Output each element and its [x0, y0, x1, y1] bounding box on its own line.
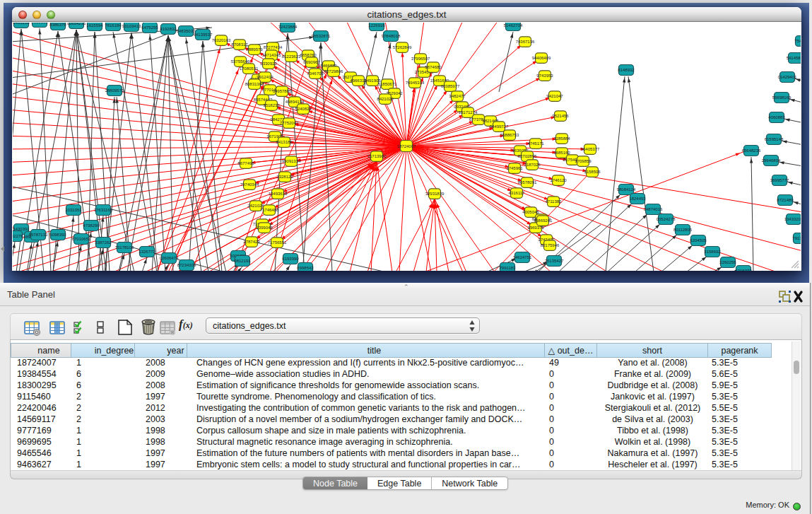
- svg-text:13433200: 13433200: [784, 217, 801, 221]
- svg-text:4060883: 4060883: [768, 115, 785, 119]
- svg-text:3518233: 3518233: [263, 103, 280, 107]
- svg-text:0433218: 0433218: [13, 23, 30, 25]
- svg-text:8677496: 8677496: [237, 161, 254, 165]
- svg-text:6998543: 6998543: [297, 266, 314, 270]
- svg-text:4316117: 4316117: [509, 191, 526, 195]
- svg-text:8421020: 8421020: [377, 97, 394, 101]
- svg-text:9600133: 9600133: [31, 23, 48, 24]
- svg-text:77752047: 77752047: [280, 121, 299, 125]
- svg-text:1326773: 1326773: [139, 250, 155, 254]
- svg-text:79740344: 79740344: [240, 182, 259, 187]
- svg-text:65648236: 65648236: [742, 148, 761, 153]
- svg-text:25135427: 25135427: [545, 259, 564, 263]
- svg-text:99091334: 99091334: [282, 159, 301, 163]
- svg-text:60385977: 60385977: [441, 84, 460, 88]
- svg-text:93103413: 93103413: [122, 24, 141, 28]
- svg-text:55698169: 55698169: [772, 95, 792, 100]
- svg-text:9413186: 9413186: [276, 140, 293, 144]
- svg-text:80831367: 80831367: [245, 82, 264, 86]
- svg-text:61595148: 61595148: [765, 137, 784, 141]
- svg-text:5098393: 5098393: [49, 233, 66, 237]
- svg-text:81223623: 81223623: [282, 54, 301, 59]
- svg-text:7991183: 7991183: [500, 266, 517, 270]
- svg-text:8386379: 8386379: [49, 23, 66, 27]
- svg-text:98084124: 98084124: [617, 187, 636, 192]
- svg-text:86578091: 86578091: [518, 180, 537, 185]
- svg-text:37631165: 37631165: [94, 208, 113, 212]
- svg-text:51850671: 51850671: [378, 82, 397, 86]
- svg-text:1745961: 1745961: [506, 166, 523, 170]
- svg-text:1615594: 1615594: [86, 23, 103, 28]
- svg-text:8148932: 8148932: [618, 68, 635, 72]
- svg-text:76320163: 76320163: [212, 38, 231, 42]
- svg-text:82175946: 82175946: [541, 243, 560, 247]
- svg-text:1746120: 1746120: [550, 178, 567, 182]
- svg-text:65787133: 65787133: [29, 233, 48, 237]
- svg-text:1824493: 1824493: [629, 197, 646, 201]
- svg-text:3709859: 3709859: [575, 159, 592, 163]
- svg-text:57262849: 57262849: [393, 45, 412, 49]
- svg-text:6475255: 6475255: [141, 25, 158, 30]
- svg-text:3158692: 3158692: [704, 250, 721, 254]
- svg-text:4216073: 4216073: [735, 269, 752, 271]
- svg-text:13171274: 13171274: [459, 110, 478, 115]
- svg-text:4192832: 4192832: [160, 27, 177, 31]
- svg-text:5674680: 5674680: [425, 65, 442, 69]
- svg-text:4711382: 4711382: [546, 199, 563, 204]
- svg-text:4005045: 4005045: [522, 210, 539, 214]
- svg-text:49894134: 49894134: [286, 100, 305, 104]
- svg-text:18724007: 18724007: [397, 144, 416, 148]
- svg-text:28809570: 28809570: [105, 88, 124, 93]
- svg-text:02654235: 02654235: [67, 23, 86, 25]
- svg-text:01429401: 01429401: [778, 75, 797, 79]
- svg-text:87234309: 87234309: [177, 263, 196, 267]
- svg-text:04499727: 04499727: [490, 124, 509, 129]
- svg-text:74367136: 74367136: [516, 40, 535, 44]
- svg-text:62702895: 62702895: [518, 154, 537, 158]
- svg-text:6204505: 6204505: [690, 238, 707, 243]
- svg-text:0330923: 0330923: [260, 62, 277, 66]
- svg-text:73178108: 73178108: [115, 245, 134, 250]
- svg-text:64139537: 64139537: [194, 33, 213, 37]
- svg-text:1226916: 1226916: [368, 23, 385, 28]
- svg-text:02606474: 02606474: [160, 256, 179, 260]
- svg-text:67010651: 67010651: [72, 237, 91, 241]
- svg-text:32931839: 32931839: [425, 192, 445, 196]
- svg-text:29946804: 29946804: [762, 158, 781, 163]
- svg-text:7917693: 7917693: [792, 236, 801, 240]
- svg-text:34714345: 34714345: [262, 53, 281, 57]
- svg-text:96532871: 96532871: [312, 34, 331, 38]
- svg-text:62729806: 62729806: [324, 69, 343, 74]
- svg-text:9743953: 9743953: [536, 74, 553, 78]
- svg-text:4745171: 4745171: [527, 141, 544, 146]
- svg-text:97848018: 97848018: [382, 34, 401, 38]
- svg-text:2260256: 2260256: [719, 260, 736, 264]
- svg-text:3482477: 3482477: [449, 94, 466, 98]
- svg-text:3285884: 3285884: [553, 136, 570, 141]
- svg-text:6193990: 6193990: [282, 257, 299, 261]
- svg-text:7182278: 7182278: [13, 234, 23, 238]
- svg-text:3387262: 3387262: [95, 240, 112, 245]
- svg-text:31713900: 31713900: [367, 154, 387, 158]
- svg-text:51462704: 51462704: [504, 23, 523, 28]
- svg-text:2328120: 2328120: [276, 175, 293, 179]
- svg-text:76945314: 76945314: [406, 81, 425, 85]
- svg-text:36995777: 36995777: [770, 178, 789, 182]
- svg-text:75869261: 75869261: [534, 218, 553, 223]
- svg-text:9421047: 9421047: [546, 94, 563, 98]
- svg-text:34874016: 34874016: [644, 207, 663, 211]
- svg-text:9912419: 9912419: [257, 75, 273, 79]
- svg-text:5158506: 5158506: [584, 170, 601, 174]
- svg-text:7346706: 7346706: [307, 71, 324, 76]
- svg-text:96405377: 96405377: [581, 147, 600, 151]
- svg-text:87277434: 87277434: [264, 45, 283, 49]
- svg-text:54145868: 54145868: [787, 56, 801, 60]
- svg-text:8721489: 8721489: [777, 198, 794, 202]
- svg-text:55886753: 55886753: [500, 133, 519, 137]
- svg-text:2787429: 2787429: [243, 240, 260, 244]
- svg-text:7889579: 7889579: [246, 47, 263, 52]
- svg-text:72423884: 72423884: [278, 25, 298, 29]
- svg-text:9521456: 9521456: [552, 114, 569, 118]
- svg-text:8708317: 8708317: [231, 42, 248, 47]
- svg-text:1399049: 1399049: [256, 226, 273, 230]
